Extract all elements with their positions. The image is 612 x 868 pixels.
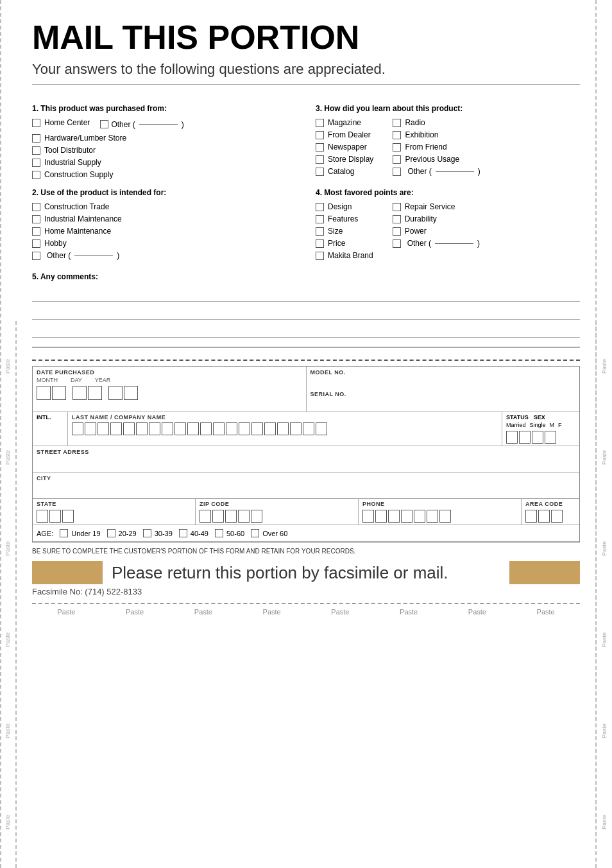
checkbox-box[interactable]: [316, 252, 324, 260]
checkbox-box-other[interactable]: [100, 120, 108, 128]
month-box-1[interactable]: [37, 386, 51, 400]
state-box[interactable]: [62, 510, 74, 523]
checkbox-home-maint[interactable]: Home Maintenance: [32, 227, 296, 236]
checkbox-size[interactable]: Size: [316, 227, 373, 236]
name-box[interactable]: [174, 422, 186, 435]
checkbox-durability[interactable]: Durability: [393, 214, 480, 223]
checkbox-box[interactable]: [393, 227, 401, 236]
checkbox-catalog[interactable]: Catalog: [316, 167, 373, 176]
checkbox-box[interactable]: [316, 143, 324, 152]
checkbox-repair-service[interactable]: Repair Service: [393, 202, 480, 211]
name-box[interactable]: [226, 422, 237, 435]
checkbox-box[interactable]: [32, 134, 40, 143]
name-box[interactable]: [290, 422, 302, 435]
sex-box-f[interactable]: [545, 431, 556, 444]
checkbox-price[interactable]: Price: [316, 239, 373, 248]
name-box[interactable]: [187, 422, 199, 435]
checkbox-store-display[interactable]: Store Display: [316, 155, 373, 164]
checkbox-box[interactable]: [32, 119, 40, 127]
name-box[interactable]: [123, 422, 135, 435]
checkbox-box[interactable]: [32, 171, 40, 179]
checkbox-from-friend[interactable]: From Friend: [393, 143, 480, 152]
name-box[interactable]: [149, 422, 160, 435]
zip-box[interactable]: [200, 510, 211, 523]
checkbox-exhibition[interactable]: Exhibition: [393, 130, 480, 139]
name-box[interactable]: [277, 422, 289, 435]
phone-box[interactable]: [439, 510, 451, 523]
checkbox-box[interactable]: [32, 215, 40, 223]
day-box-1[interactable]: [72, 386, 87, 400]
name-box[interactable]: [239, 422, 250, 435]
checkbox-box[interactable]: [316, 215, 324, 223]
name-box[interactable]: [264, 422, 276, 435]
checkbox-box[interactable]: [316, 239, 324, 248]
area-box[interactable]: [525, 510, 537, 523]
checkbox-power[interactable]: Power: [393, 227, 480, 236]
zip-box[interactable]: [251, 510, 262, 523]
checkbox-tool-dist[interactable]: Tool Distributor: [32, 146, 296, 155]
checkbox-box[interactable]: [32, 252, 40, 260]
checkbox-radio[interactable]: Radio: [393, 118, 480, 127]
name-box[interactable]: [316, 422, 327, 435]
checkbox-hobby[interactable]: Hobby: [32, 239, 296, 248]
name-box[interactable]: [303, 422, 314, 435]
phone-box[interactable]: [414, 510, 425, 523]
checkbox-box[interactable]: [316, 203, 324, 211]
checkbox-makita-brand[interactable]: Makita Brand: [316, 251, 373, 260]
checkbox-box[interactable]: [393, 143, 401, 152]
month-box-2[interactable]: [52, 386, 66, 400]
name-box[interactable]: [136, 422, 148, 435]
state-box[interactable]: [37, 510, 48, 523]
checkbox-box[interactable]: [316, 155, 324, 164]
checkbox-box[interactable]: [32, 203, 40, 211]
age-checkbox[interactable]: [179, 529, 187, 537]
name-box[interactable]: [251, 422, 263, 435]
area-box[interactable]: [551, 510, 563, 523]
checkbox-box[interactable]: [316, 227, 324, 236]
sex-box-m[interactable]: [532, 431, 543, 444]
checkbox-design[interactable]: Design: [316, 202, 373, 211]
name-box[interactable]: [98, 422, 109, 435]
age-checkbox[interactable]: [215, 529, 223, 537]
checkbox-box[interactable]: [393, 239, 401, 248]
comment-line-1[interactable]: [32, 286, 580, 302]
phone-box[interactable]: [375, 510, 387, 523]
name-box[interactable]: [162, 422, 173, 435]
age-40-49[interactable]: 40-49: [179, 529, 208, 537]
checkbox-box[interactable]: [393, 203, 401, 211]
name-box[interactable]: [110, 422, 122, 435]
checkbox-box[interactable]: [393, 131, 401, 139]
checkbox-hardware[interactable]: Hardware/Lumber Store: [32, 134, 296, 143]
checkbox-indust-maint[interactable]: Industrial Maintenance: [32, 214, 296, 223]
zip-box[interactable]: [238, 510, 250, 523]
comment-line-2[interactable]: [32, 304, 580, 320]
checkbox-construction-supply[interactable]: Construction Supply: [32, 170, 296, 179]
checkbox-box[interactable]: [316, 168, 324, 176]
year-box-2[interactable]: [124, 386, 138, 400]
name-box[interactable]: [200, 422, 212, 435]
checkbox-magazine[interactable]: Magazine: [316, 118, 373, 127]
checkbox-box[interactable]: [316, 119, 324, 127]
status-box-1[interactable]: [506, 431, 518, 444]
age-under19[interactable]: Under 19: [60, 529, 100, 537]
checkbox-prev-usage[interactable]: Previous Usage: [393, 155, 480, 164]
phone-box[interactable]: [388, 510, 400, 523]
age-50-60[interactable]: 50-60: [215, 529, 244, 537]
phone-box[interactable]: [401, 510, 412, 523]
checkbox-from-dealer[interactable]: From Dealer: [316, 130, 373, 139]
zip-box[interactable]: [212, 510, 224, 523]
checkbox-box[interactable]: [316, 131, 324, 139]
checkbox-box[interactable]: [393, 119, 401, 127]
checkbox-box[interactable]: [32, 227, 40, 236]
phone-box[interactable]: [427, 510, 438, 523]
age-over60[interactable]: Over 60: [251, 529, 287, 537]
checkbox-box[interactable]: [393, 215, 401, 223]
age-checkbox[interactable]: [251, 529, 259, 537]
checkbox-home-center[interactable]: Home Center: [32, 118, 90, 127]
name-box[interactable]: [85, 422, 96, 435]
zip-box[interactable]: [225, 510, 237, 523]
day-box-2[interactable]: [88, 386, 102, 400]
name-box[interactable]: [213, 422, 225, 435]
checkbox-box[interactable]: [32, 146, 40, 155]
comment-line-3[interactable]: [32, 322, 580, 338]
